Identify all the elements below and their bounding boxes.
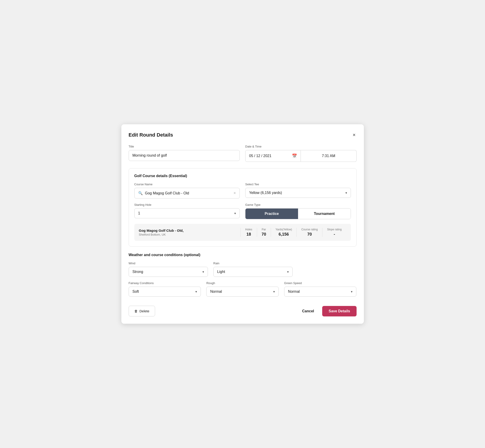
holes-stat: Holes 18 (241, 228, 257, 237)
save-button[interactable]: Save Details (322, 306, 356, 316)
course-rating-label: Course rating (301, 228, 318, 231)
select-tee-value: Yellow (6,156 yards) (249, 191, 282, 195)
weather-section: Weather and course conditions (optional)… (129, 253, 356, 297)
clear-icon[interactable]: × (233, 191, 236, 196)
rain-value: Light (217, 270, 225, 274)
title-field-group: Title (129, 145, 240, 162)
golf-course-title: Golf Course details (Essential) (134, 174, 351, 178)
wind-group: Wind Strong ▾ (129, 262, 208, 277)
time-field[interactable]: 7:31 AM (301, 150, 356, 162)
slope-rating-stat: Slope rating - (322, 228, 346, 237)
time-value: 7:31 AM (322, 154, 335, 158)
date-field[interactable]: 05 / 12 / 2021 📅 (245, 150, 301, 162)
chevron-down-icon: ▾ (273, 290, 275, 293)
wind-dropdown[interactable]: Strong ▾ (129, 267, 208, 277)
weather-row-2: Fairway Conditions Soft ▾ Rough Normal ▾… (129, 281, 356, 297)
starting-hole-group: Starting Hole 1 ▾ (134, 203, 240, 219)
course-name-group: Course Name 🔍 Gog Magog Golf Club - Old … (134, 183, 240, 199)
par-label: Par (262, 228, 266, 231)
starting-hole-value: 1 (138, 211, 140, 215)
holes-value: 18 (245, 232, 252, 237)
slope-rating-value: - (327, 232, 341, 237)
starting-hole-label: Starting Hole (134, 203, 240, 207)
calendar-icon: 📅 (292, 153, 297, 159)
holes-label: Holes (245, 228, 252, 231)
game-type-group: Game Type Practice Tournament (245, 203, 351, 219)
green-speed-value: Normal (288, 289, 300, 294)
fairway-group: Fairway Conditions Soft ▾ (129, 281, 201, 297)
modal-title: Edit Round Details (129, 132, 173, 138)
yards-label: Yards(Yellow) (275, 228, 292, 231)
rough-dropdown[interactable]: Normal ▾ (206, 287, 279, 297)
wind-label: Wind (129, 262, 208, 265)
starting-hole-dropdown[interactable]: 1 ▾ (134, 208, 240, 218)
yards-stat: Yards(Yellow) 6,156 (271, 228, 297, 237)
rough-label: Rough (206, 281, 279, 285)
course-info-name: Gog Magog Golf Club - Old, (139, 229, 241, 232)
date-value: 05 / 12 / 2021 (249, 154, 271, 158)
chevron-down-icon: ▾ (345, 191, 347, 195)
trash-icon: 🗑 (134, 309, 138, 313)
course-name-tee-row: Course Name 🔍 Gog Magog Golf Club - Old … (134, 183, 351, 199)
par-stat: Par 70 (257, 228, 271, 237)
close-button[interactable]: × (352, 132, 356, 138)
chevron-down-icon: ▾ (287, 270, 289, 274)
tournament-button[interactable]: Tournament (298, 208, 351, 219)
date-time-group: Date & Time 05 / 12 / 2021 📅 7:31 AM (245, 145, 356, 162)
course-rating-value: 70 (301, 232, 318, 237)
course-name-label: Course Name (134, 183, 240, 186)
green-speed-label: Green Speed (284, 281, 356, 285)
chevron-down-icon: ▾ (202, 270, 204, 274)
course-name-input[interactable]: 🔍 Gog Magog Golf Club - Old × (134, 188, 240, 199)
slope-rating-label: Slope rating (327, 228, 341, 231)
delete-label: Delete (140, 309, 149, 313)
chevron-down-icon: ▾ (234, 211, 236, 215)
title-label: Title (129, 145, 240, 148)
select-tee-label: Select Tee (245, 183, 351, 186)
green-speed-dropdown[interactable]: Normal ▾ (284, 287, 356, 297)
golf-course-section: Golf Course details (Essential) Course N… (129, 168, 356, 247)
chevron-down-icon: ▾ (351, 290, 353, 293)
rough-value: Normal (210, 289, 222, 294)
par-value: 70 (262, 232, 266, 237)
course-info-row: Gog Magog Golf Club - Old, Shelford Bott… (134, 224, 351, 241)
starting-hole-game-type-row: Starting Hole 1 ▾ Game Type Practice Tou… (134, 203, 351, 219)
rough-group: Rough Normal ▾ (206, 281, 279, 297)
fairway-dropdown[interactable]: Soft ▾ (129, 287, 201, 297)
course-rating-stat: Course rating 70 (297, 228, 322, 237)
wind-value: Strong (132, 270, 143, 274)
search-icon: 🔍 (138, 191, 143, 195)
date-time-row: 05 / 12 / 2021 📅 7:31 AM (245, 150, 356, 162)
weather-row-1: Wind Strong ▾ Rain Light ▾ (129, 262, 293, 277)
footer-right: Cancel Save Details (299, 306, 356, 316)
cancel-button[interactable]: Cancel (299, 306, 318, 316)
modal-footer: 🗑 Delete Cancel Save Details (129, 304, 356, 316)
game-type-label: Game Type (245, 203, 351, 207)
fairway-label: Fairway Conditions (129, 281, 201, 285)
top-row: Title Date & Time 05 / 12 / 2021 📅 7:31 … (129, 145, 356, 162)
rain-group: Rain Light ▾ (213, 262, 293, 277)
fairway-value: Soft (132, 289, 139, 294)
rain-dropdown[interactable]: Light ▾ (213, 267, 293, 277)
select-tee-dropdown[interactable]: Yellow (6,156 yards) ▾ (245, 188, 351, 198)
edit-round-modal: Edit Round Details × Title Date & Time 0… (121, 124, 364, 324)
green-speed-group: Green Speed Normal ▾ (284, 281, 356, 297)
course-name-value: Gog Magog Golf Club - Old (145, 191, 231, 195)
delete-button[interactable]: 🗑 Delete (129, 306, 155, 316)
yards-value: 6,156 (275, 232, 292, 237)
title-input[interactable] (129, 150, 240, 161)
date-time-label: Date & Time (245, 145, 356, 148)
game-type-toggle: Practice Tournament (245, 208, 351, 219)
weather-title: Weather and course conditions (optional) (129, 253, 356, 257)
course-info-name-group: Gog Magog Golf Club - Old, Shelford Bott… (139, 229, 241, 236)
chevron-down-icon: ▾ (195, 290, 197, 293)
course-info-location: Shelford Bottom, UK (139, 233, 241, 236)
rain-label: Rain (213, 262, 293, 265)
select-tee-group: Select Tee Yellow (6,156 yards) ▾ (245, 183, 351, 199)
practice-button[interactable]: Practice (245, 208, 298, 219)
modal-header: Edit Round Details × (129, 132, 356, 138)
